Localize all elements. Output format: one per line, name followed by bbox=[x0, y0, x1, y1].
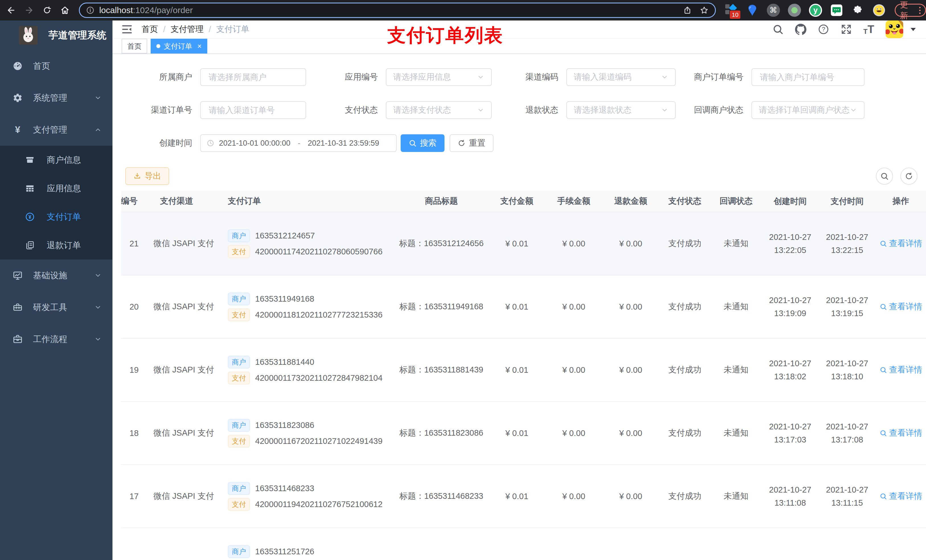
sidebar-item-dev-tools[interactable]: 研发工具 bbox=[0, 291, 112, 323]
column-header: 支付金额 bbox=[488, 195, 545, 207]
notify-status-select[interactable]: 请选择订单回调商户状态 bbox=[752, 101, 864, 119]
cell-refund: ¥ 0.00 bbox=[602, 302, 659, 312]
pay-order-no: 4200001181202110277723215336 bbox=[255, 310, 383, 320]
view-detail-link[interactable]: 查看详情 bbox=[879, 364, 922, 376]
view-detail-link[interactable]: 查看详情 bbox=[879, 427, 922, 439]
view-detail-link[interactable]: 查看详情 bbox=[879, 301, 922, 312]
browser-forward-button[interactable] bbox=[23, 3, 36, 17]
export-button[interactable]: 导出 bbox=[125, 167, 169, 185]
field-label: 渠道订单号 bbox=[121, 104, 200, 116]
merchant-input[interactable] bbox=[200, 68, 306, 86]
tab-home[interactable]: 首页 bbox=[122, 39, 147, 53]
sidebar-item-home[interactable]: 首页 bbox=[0, 50, 112, 82]
refresh-icon bbox=[458, 139, 466, 147]
view-detail-link[interactable]: 查看详情 bbox=[879, 491, 922, 502]
site-info-icon[interactable] bbox=[86, 6, 95, 15]
sidebar-item-infrastructure[interactable]: 基础设施 bbox=[0, 260, 112, 291]
date-end: 2021-10-31 23:59:59 bbox=[308, 139, 379, 148]
help-icon[interactable] bbox=[818, 24, 829, 35]
cell-channel: 微信 JSAPI 支付 bbox=[141, 491, 212, 502]
refund-status-select[interactable]: 请选择退款状态 bbox=[566, 101, 676, 119]
sidebar-item-system[interactable]: 系统管理 bbox=[0, 82, 112, 114]
extension-y-icon[interactable]: y bbox=[808, 2, 823, 18]
browser-home-button[interactable] bbox=[58, 3, 72, 17]
sidebar-item-payment[interactable]: 支付管理 bbox=[0, 114, 112, 146]
sidebar-item-merchant-info[interactable]: 商户信息 bbox=[0, 146, 112, 174]
kebab-menu-icon[interactable] bbox=[919, 7, 921, 14]
sidebar-item-refund-order[interactable]: 退款订单 bbox=[0, 231, 112, 260]
search-icon[interactable] bbox=[772, 24, 784, 35]
table-row: 19 微信 JSAPI 支付 商户1635311881440 支付4200001… bbox=[121, 339, 926, 402]
view-detail-link[interactable]: 查看详情 bbox=[879, 238, 922, 249]
create-time-range-picker[interactable]: 2021-10-01 00:00:00 - 2021-10-31 23:59:5… bbox=[200, 134, 396, 152]
field-label: 所属商户 bbox=[121, 71, 200, 83]
profile-emoji-icon[interactable] bbox=[872, 2, 886, 18]
extension-tasks-icon[interactable]: 10 bbox=[724, 2, 738, 18]
search-button[interactable]: 搜索 bbox=[401, 134, 445, 152]
chevron-down-icon bbox=[850, 106, 857, 114]
extensions-puzzle-icon[interactable] bbox=[850, 2, 865, 18]
extension-chat-icon[interactable] bbox=[829, 2, 844, 18]
breadcrumb-separator: / bbox=[209, 25, 211, 34]
app-select[interactable]: 请选择应用信息 bbox=[386, 68, 492, 86]
extension-recorder-icon[interactable] bbox=[787, 2, 802, 18]
sidebar-item-label: 研发工具 bbox=[33, 302, 67, 313]
store-icon bbox=[25, 155, 35, 165]
channel-code-select[interactable]: 请输入渠道编码 bbox=[566, 68, 676, 86]
merchant-tag: 商户 bbox=[228, 293, 250, 305]
github-icon[interactable] bbox=[795, 24, 806, 35]
fullscreen-icon[interactable] bbox=[841, 24, 852, 35]
sidebar-item-app-info[interactable]: 应用信息 bbox=[0, 174, 112, 202]
address-bar[interactable]: localhost:1024/pay/order bbox=[79, 3, 716, 18]
toggle-search-button[interactable] bbox=[876, 168, 893, 185]
avatar-caret-icon[interactable] bbox=[911, 28, 916, 31]
tab-pay-order[interactable]: 支付订单 × bbox=[151, 39, 207, 53]
pay-tag: 支付 bbox=[228, 371, 250, 385]
font-size-icon[interactable]: TT bbox=[863, 23, 874, 36]
cell-notify: 未通知 bbox=[710, 491, 762, 502]
table-row: 18 微信 JSAPI 支付 商户1635311823086 支付4200001… bbox=[121, 402, 926, 465]
bookmark-star-icon[interactable] bbox=[700, 6, 709, 15]
cell-paid: 2021-10-2713:11:15 bbox=[819, 483, 876, 509]
extension-command-icon[interactable]: ⌘ bbox=[766, 2, 781, 18]
pay-tag: 支付 bbox=[228, 435, 250, 448]
url-host: localhost bbox=[99, 5, 133, 15]
breadcrumb-payment[interactable]: 支付管理 bbox=[171, 24, 204, 35]
sidebar-item-label: 退款订单 bbox=[47, 240, 81, 251]
extension-balloon-icon[interactable] bbox=[745, 2, 759, 18]
reset-button[interactable]: 重置 bbox=[449, 134, 493, 152]
sidebar-item-label: 系统管理 bbox=[33, 92, 67, 104]
refresh-table-button[interactable] bbox=[900, 168, 917, 185]
column-header: 支付时间 bbox=[819, 195, 876, 208]
yuan-circle-icon bbox=[25, 212, 35, 222]
sidebar-collapse-button[interactable] bbox=[112, 23, 142, 35]
breadcrumb-current: 支付订单 bbox=[216, 24, 249, 35]
share-icon[interactable] bbox=[683, 6, 691, 15]
breadcrumb-home[interactable]: 首页 bbox=[142, 24, 158, 35]
filter-row-2: 渠道订单号 支付状态 请选择支付状态 退款状态 请选择退款状态 回调商户状态 请… bbox=[121, 101, 926, 119]
cell-action: 查看详情 bbox=[876, 301, 926, 312]
cell-status: 支付成功 bbox=[659, 364, 710, 376]
browser-reload-button[interactable] bbox=[41, 3, 54, 17]
pay-tag: 支付 bbox=[228, 245, 250, 258]
avatar[interactable] bbox=[885, 21, 903, 38]
cell-amount: ¥ 0.01 bbox=[488, 239, 545, 248]
sidebar-item-workflow[interactable]: 工作流程 bbox=[0, 323, 112, 355]
date-start: 2021-10-01 00:00:00 bbox=[219, 139, 291, 148]
chevron-up-icon bbox=[94, 126, 101, 133]
close-icon[interactable]: × bbox=[197, 42, 201, 51]
browser-update-button[interactable]: 更新 bbox=[895, 4, 926, 17]
cell-channel: 微信 JSAPI 支付 bbox=[141, 427, 212, 439]
channel-order-no-input[interactable] bbox=[200, 101, 306, 119]
browser-back-button[interactable] bbox=[5, 3, 18, 17]
cell-status: 支付成功 bbox=[659, 491, 710, 502]
pay-status-select[interactable]: 请选择支付状态 bbox=[386, 101, 492, 119]
cell-id: 18 bbox=[121, 429, 141, 438]
merchant-order-no: 1635311251726 bbox=[255, 547, 314, 556]
cell-paid: 2021-10-2713:22:15 bbox=[819, 231, 876, 257]
sidebar-item-pay-order[interactable]: 支付订单 bbox=[0, 202, 112, 231]
dashboard-icon bbox=[12, 61, 23, 71]
cell-paid: 2021-10-2713:18:10 bbox=[819, 357, 876, 383]
merchant-order-no-input[interactable] bbox=[752, 68, 864, 86]
gear-icon bbox=[12, 93, 23, 103]
